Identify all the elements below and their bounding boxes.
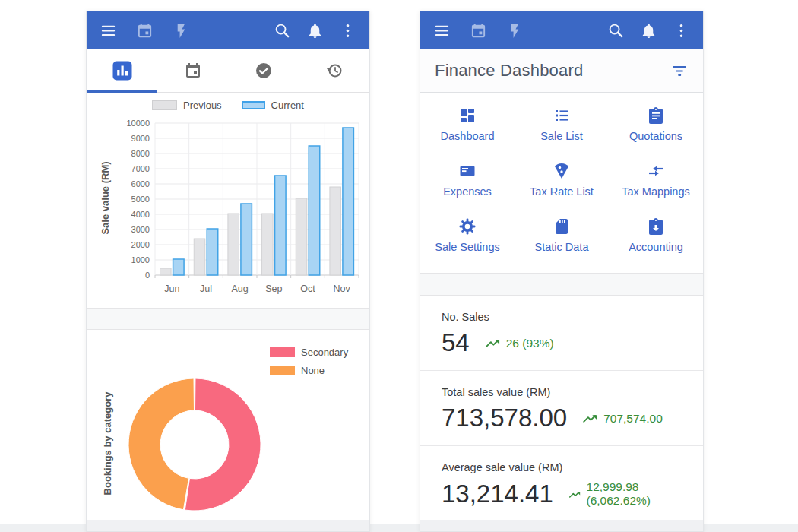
stats-card: No. Sales 54 26 (93%) Total sales value …	[420, 296, 703, 520]
calendar-icon[interactable]	[470, 22, 487, 40]
trending-up-icon	[568, 486, 581, 502]
stat-row-total-sales: Total sales value (RM) 713,578.00 707,57…	[420, 371, 703, 446]
menu-item-quotations[interactable]: Quotations	[609, 97, 703, 152]
legend-label: None	[301, 365, 325, 376]
menu-item-label: Sale Settings	[435, 241, 499, 253]
donut-chart	[121, 371, 268, 521]
menu-item-dashboard[interactable]: Dashboard	[420, 97, 515, 152]
stat-trend: 707,574.00	[582, 410, 663, 426]
svg-text:Sep: Sep	[265, 283, 282, 294]
svg-text:8000: 8000	[131, 149, 150, 158]
tab-calendar[interactable]	[157, 49, 228, 92]
svg-text:0: 0	[145, 271, 150, 280]
calendar-icon	[184, 62, 202, 80]
svg-text:Jun: Jun	[164, 283, 179, 294]
stat-trend: 12,999.98 (6,062.62%)	[568, 480, 682, 508]
menu-item-accounting[interactable]: Accounting	[609, 207, 703, 263]
stat-row-average-sale: Average sale value (RM) 13,214.41 12,999…	[420, 446, 703, 521]
svg-text:Aug: Aug	[232, 283, 249, 294]
bar-chart: 0100020003000400050006000700080009000100…	[87, 116, 370, 309]
app-bar	[420, 11, 703, 49]
flash-icon[interactable]	[173, 22, 190, 40]
svg-text:1000: 1000	[131, 255, 150, 264]
list-icon	[553, 106, 571, 125]
legend-swatch-previous	[152, 100, 177, 110]
donut-chart-title: Bookings by category	[102, 375, 113, 512]
tab-charts[interactable]	[87, 49, 157, 92]
stat-trend: 26 (93%)	[485, 335, 554, 351]
menu-item-tax-mappings[interactable]: Tax Mappings	[609, 152, 703, 207]
filter-icon[interactable]	[670, 62, 689, 80]
calendar-icon[interactable]	[136, 22, 154, 40]
stat-value: 13,214.41	[442, 481, 553, 506]
menu-grid: Dashboard Sale List Quotations Expenses …	[420, 93, 703, 273]
more-vert-icon[interactable]	[339, 22, 356, 40]
more-vert-icon[interactable]	[673, 22, 690, 40]
trending-up-icon	[485, 335, 501, 351]
menu-item-label: Accounting	[629, 241, 683, 253]
flash-icon[interactable]	[506, 22, 524, 40]
search-icon[interactable]	[274, 22, 291, 40]
clipboard-icon	[647, 106, 665, 125]
menu-item-expenses[interactable]: Expenses	[420, 152, 515, 207]
app-bar	[87, 11, 369, 49]
tab-completed[interactable]	[228, 49, 299, 92]
menu-item-tax-rate-list[interactable]: Tax Rate List	[515, 152, 609, 207]
stat-trend-text: 26 (93%)	[506, 337, 554, 350]
menu-icon[interactable]	[433, 22, 451, 40]
menu-item-static-data[interactable]: Static Data	[515, 207, 609, 263]
title-bar: Finance Dashboard	[420, 49, 703, 93]
legend-item-secondary[interactable]: Secondary	[270, 347, 348, 358]
svg-text:3000: 3000	[131, 225, 150, 234]
menu-item-label: Expenses	[443, 185, 492, 198]
search-icon[interactable]	[607, 22, 625, 40]
svg-text:7000: 7000	[131, 164, 150, 173]
legend-swatch-current	[242, 101, 265, 109]
page-title: Finance Dashboard	[435, 61, 670, 81]
legend-item-none[interactable]: None	[270, 365, 348, 376]
menu-item-sale-settings[interactable]: Sale Settings	[420, 207, 515, 263]
svg-text:2000: 2000	[131, 240, 150, 249]
legend-label: Previous	[183, 100, 222, 111]
notifications-icon[interactable]	[640, 22, 657, 40]
menu-item-label: Tax Rate List	[530, 185, 594, 198]
clipboard-download-icon	[647, 217, 665, 236]
svg-text:5000: 5000	[131, 195, 150, 204]
stat-label: No. Sales	[442, 311, 682, 323]
menu-icon[interactable]	[100, 22, 117, 40]
check-circle-icon	[255, 62, 273, 80]
legend-item-current[interactable]: Current	[242, 100, 304, 111]
legend-item-previous[interactable]: Previous	[152, 100, 222, 111]
compare-arrows-icon	[647, 162, 665, 180]
trending-up-icon	[582, 410, 598, 426]
finance-dashboard-panel: Finance Dashboard Dashboard Sale List Qu…	[420, 11, 704, 532]
donut-chart-card: Bookings by category Secondary None	[87, 330, 369, 520]
sd-card-icon	[553, 217, 571, 236]
tab-history[interactable]	[299, 49, 369, 92]
svg-text:9000: 9000	[131, 134, 150, 143]
stat-label: Average sale value (RM)	[442, 461, 682, 473]
svg-text:6000: 6000	[131, 179, 150, 188]
pizza-icon	[553, 162, 571, 180]
svg-text:Jul: Jul	[200, 283, 212, 294]
section-gap	[87, 308, 369, 330]
stat-trend-text: 12,999.98 (6,062.62%)	[587, 480, 682, 508]
menu-item-label: Quotations	[629, 130, 682, 142]
charts-panel: Previous Current Sale value (RM) 0100020…	[86, 11, 370, 532]
gear-icon	[458, 217, 477, 236]
stat-value: 54	[442, 330, 470, 355]
notifications-icon[interactable]	[306, 22, 324, 40]
stat-row-no-sales: No. Sales 54 26 (93%)	[420, 296, 703, 371]
legend-label: Current	[271, 100, 304, 111]
card-icon	[458, 162, 477, 180]
svg-text:Nov: Nov	[334, 283, 351, 294]
legend-label: Secondary	[301, 347, 348, 358]
menu-item-sale-list[interactable]: Sale List	[515, 97, 609, 152]
history-icon	[325, 62, 344, 80]
svg-text:10000: 10000	[126, 119, 150, 128]
stat-value: 713,578.00	[442, 405, 567, 430]
menu-item-label: Tax Mappings	[622, 185, 689, 198]
menu-item-label: Static Data	[535, 241, 589, 253]
menu-item-label: Dashboard	[441, 130, 495, 142]
bar-chart-card: Previous Current Sale value (RM) 0100020…	[87, 93, 369, 308]
